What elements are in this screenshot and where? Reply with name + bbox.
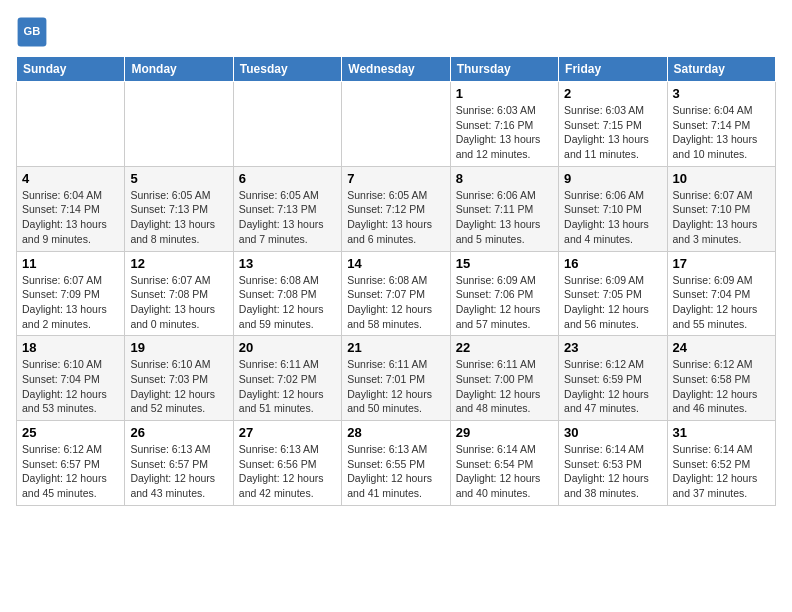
day-info: Sunrise: 6:09 AM Sunset: 7:06 PM Dayligh… [456,273,553,332]
day-info: Sunrise: 6:03 AM Sunset: 7:15 PM Dayligh… [564,103,661,162]
day-number: 16 [564,256,661,271]
day-number: 22 [456,340,553,355]
day-number: 4 [22,171,119,186]
day-number: 12 [130,256,227,271]
calendar-cell: 2Sunrise: 6:03 AM Sunset: 7:15 PM Daylig… [559,82,667,167]
calendar-week-4: 18Sunrise: 6:10 AM Sunset: 7:04 PM Dayli… [17,336,776,421]
column-header-monday: Monday [125,57,233,82]
day-info: Sunrise: 6:08 AM Sunset: 7:07 PM Dayligh… [347,273,444,332]
column-header-saturday: Saturday [667,57,775,82]
day-number: 11 [22,256,119,271]
calendar-header: SundayMondayTuesdayWednesdayThursdayFrid… [17,57,776,82]
day-number: 1 [456,86,553,101]
day-number: 8 [456,171,553,186]
day-number: 15 [456,256,553,271]
day-info: Sunrise: 6:07 AM Sunset: 7:10 PM Dayligh… [673,188,770,247]
calendar-cell: 29Sunrise: 6:14 AM Sunset: 6:54 PM Dayli… [450,421,558,506]
calendar-table: SundayMondayTuesdayWednesdayThursdayFrid… [16,56,776,506]
calendar-week-1: 1Sunrise: 6:03 AM Sunset: 7:16 PM Daylig… [17,82,776,167]
day-number: 30 [564,425,661,440]
day-info: Sunrise: 6:04 AM Sunset: 7:14 PM Dayligh… [22,188,119,247]
calendar-week-5: 25Sunrise: 6:12 AM Sunset: 6:57 PM Dayli… [17,421,776,506]
day-number: 17 [673,256,770,271]
calendar-cell: 18Sunrise: 6:10 AM Sunset: 7:04 PM Dayli… [17,336,125,421]
calendar-week-2: 4Sunrise: 6:04 AM Sunset: 7:14 PM Daylig… [17,166,776,251]
svg-text:GB: GB [24,25,41,37]
day-info: Sunrise: 6:05 AM Sunset: 7:13 PM Dayligh… [239,188,336,247]
day-info: Sunrise: 6:12 AM Sunset: 6:58 PM Dayligh… [673,357,770,416]
day-number: 26 [130,425,227,440]
calendar-cell: 26Sunrise: 6:13 AM Sunset: 6:57 PM Dayli… [125,421,233,506]
day-info: Sunrise: 6:14 AM Sunset: 6:54 PM Dayligh… [456,442,553,501]
column-header-tuesday: Tuesday [233,57,341,82]
day-info: Sunrise: 6:11 AM Sunset: 7:02 PM Dayligh… [239,357,336,416]
calendar-cell [233,82,341,167]
day-info: Sunrise: 6:12 AM Sunset: 6:57 PM Dayligh… [22,442,119,501]
day-number: 20 [239,340,336,355]
day-number: 7 [347,171,444,186]
day-number: 13 [239,256,336,271]
logo-icon: GB [16,16,48,48]
calendar-cell: 24Sunrise: 6:12 AM Sunset: 6:58 PM Dayli… [667,336,775,421]
column-header-thursday: Thursday [450,57,558,82]
day-number: 29 [456,425,553,440]
day-info: Sunrise: 6:06 AM Sunset: 7:11 PM Dayligh… [456,188,553,247]
day-info: Sunrise: 6:11 AM Sunset: 7:01 PM Dayligh… [347,357,444,416]
day-number: 31 [673,425,770,440]
day-info: Sunrise: 6:03 AM Sunset: 7:16 PM Dayligh… [456,103,553,162]
day-number: 5 [130,171,227,186]
day-info: Sunrise: 6:13 AM Sunset: 6:56 PM Dayligh… [239,442,336,501]
calendar-cell: 19Sunrise: 6:10 AM Sunset: 7:03 PM Dayli… [125,336,233,421]
day-info: Sunrise: 6:09 AM Sunset: 7:04 PM Dayligh… [673,273,770,332]
day-info: Sunrise: 6:05 AM Sunset: 7:12 PM Dayligh… [347,188,444,247]
day-number: 19 [130,340,227,355]
day-info: Sunrise: 6:10 AM Sunset: 7:04 PM Dayligh… [22,357,119,416]
calendar-cell: 5Sunrise: 6:05 AM Sunset: 7:13 PM Daylig… [125,166,233,251]
calendar-cell: 3Sunrise: 6:04 AM Sunset: 7:14 PM Daylig… [667,82,775,167]
day-number: 9 [564,171,661,186]
day-number: 24 [673,340,770,355]
page-header: GB [16,16,776,48]
calendar-week-3: 11Sunrise: 6:07 AM Sunset: 7:09 PM Dayli… [17,251,776,336]
calendar-cell: 9Sunrise: 6:06 AM Sunset: 7:10 PM Daylig… [559,166,667,251]
day-info: Sunrise: 6:14 AM Sunset: 6:52 PM Dayligh… [673,442,770,501]
logo: GB [16,16,52,48]
calendar-cell: 14Sunrise: 6:08 AM Sunset: 7:07 PM Dayli… [342,251,450,336]
calendar-cell: 11Sunrise: 6:07 AM Sunset: 7:09 PM Dayli… [17,251,125,336]
calendar-cell: 20Sunrise: 6:11 AM Sunset: 7:02 PM Dayli… [233,336,341,421]
day-number: 3 [673,86,770,101]
day-number: 6 [239,171,336,186]
day-number: 23 [564,340,661,355]
calendar-cell: 27Sunrise: 6:13 AM Sunset: 6:56 PM Dayli… [233,421,341,506]
day-info: Sunrise: 6:07 AM Sunset: 7:09 PM Dayligh… [22,273,119,332]
day-number: 18 [22,340,119,355]
day-info: Sunrise: 6:14 AM Sunset: 6:53 PM Dayligh… [564,442,661,501]
calendar-cell: 13Sunrise: 6:08 AM Sunset: 7:08 PM Dayli… [233,251,341,336]
calendar-cell: 31Sunrise: 6:14 AM Sunset: 6:52 PM Dayli… [667,421,775,506]
calendar-cell [17,82,125,167]
calendar-cell: 22Sunrise: 6:11 AM Sunset: 7:00 PM Dayli… [450,336,558,421]
calendar-cell: 7Sunrise: 6:05 AM Sunset: 7:12 PM Daylig… [342,166,450,251]
column-header-wednesday: Wednesday [342,57,450,82]
calendar-cell: 21Sunrise: 6:11 AM Sunset: 7:01 PM Dayli… [342,336,450,421]
calendar-cell: 6Sunrise: 6:05 AM Sunset: 7:13 PM Daylig… [233,166,341,251]
calendar-cell: 16Sunrise: 6:09 AM Sunset: 7:05 PM Dayli… [559,251,667,336]
day-info: Sunrise: 6:06 AM Sunset: 7:10 PM Dayligh… [564,188,661,247]
day-info: Sunrise: 6:10 AM Sunset: 7:03 PM Dayligh… [130,357,227,416]
calendar-cell: 17Sunrise: 6:09 AM Sunset: 7:04 PM Dayli… [667,251,775,336]
day-info: Sunrise: 6:09 AM Sunset: 7:05 PM Dayligh… [564,273,661,332]
calendar-cell: 1Sunrise: 6:03 AM Sunset: 7:16 PM Daylig… [450,82,558,167]
day-info: Sunrise: 6:07 AM Sunset: 7:08 PM Dayligh… [130,273,227,332]
calendar-cell: 25Sunrise: 6:12 AM Sunset: 6:57 PM Dayli… [17,421,125,506]
calendar-cell: 28Sunrise: 6:13 AM Sunset: 6:55 PM Dayli… [342,421,450,506]
day-number: 14 [347,256,444,271]
calendar-cell [342,82,450,167]
column-header-friday: Friday [559,57,667,82]
day-info: Sunrise: 6:05 AM Sunset: 7:13 PM Dayligh… [130,188,227,247]
day-number: 2 [564,86,661,101]
day-number: 27 [239,425,336,440]
calendar-cell: 12Sunrise: 6:07 AM Sunset: 7:08 PM Dayli… [125,251,233,336]
calendar-cell: 10Sunrise: 6:07 AM Sunset: 7:10 PM Dayli… [667,166,775,251]
calendar-cell [125,82,233,167]
column-header-sunday: Sunday [17,57,125,82]
